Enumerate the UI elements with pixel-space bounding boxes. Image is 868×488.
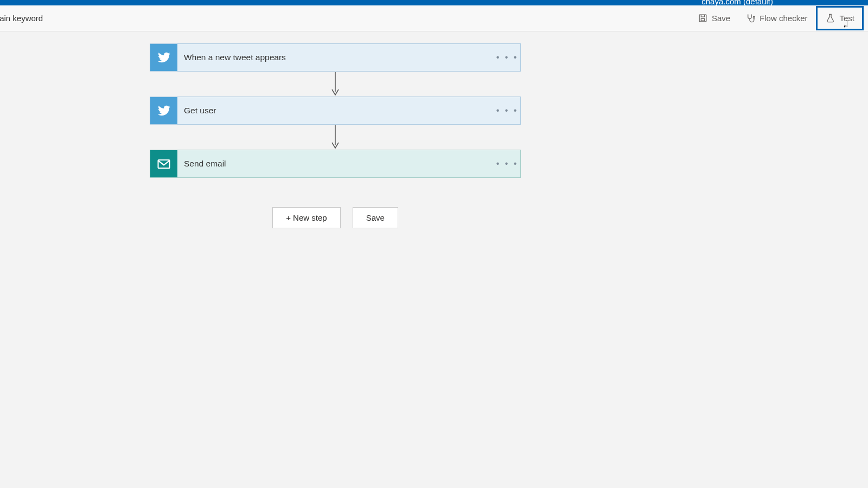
- test-button[interactable]: Test: [819, 9, 861, 28]
- twitter-icon: [150, 44, 177, 71]
- flow-checker-label: Flow checker: [760, 14, 807, 23]
- step-label: Get user: [177, 97, 494, 124]
- step-more-menu[interactable]: • • •: [494, 97, 520, 124]
- step-label: When a new tweet appears: [177, 44, 494, 71]
- flask-icon: [825, 13, 835, 23]
- flow-connector[interactable]: [150, 125, 521, 150]
- save-button[interactable]: Save: [691, 9, 737, 28]
- flow-step-trigger[interactable]: When a new tweet appears • • •: [150, 43, 521, 72]
- step-more-menu[interactable]: • • •: [494, 150, 520, 177]
- flow-container: When a new tweet appears • • • Get user …: [150, 43, 521, 178]
- app-top-bar: chaya.com (default): [0, 0, 868, 5]
- canvas-save-button[interactable]: Save: [353, 207, 398, 228]
- flow-canvas: When a new tweet appears • • • Get user …: [0, 31, 868, 488]
- flow-step-action-1[interactable]: Get user • • •: [150, 97, 521, 125]
- mail-icon: [150, 150, 177, 177]
- step-more-menu[interactable]: • • •: [494, 44, 520, 71]
- breadcrumb: rtain keyword: [0, 14, 43, 23]
- svg-rect-5: [158, 160, 170, 168]
- editor-toolbar: rtain keyword Save Flow checker Te: [0, 5, 868, 31]
- flow-step-action-2[interactable]: Send email • • •: [150, 150, 521, 178]
- svg-rect-1: [701, 18, 704, 21]
- test-label: Test: [839, 14, 854, 23]
- save-label: Save: [712, 14, 730, 23]
- test-button-highlight: Test Test: [816, 6, 864, 30]
- step-label: Send email: [177, 150, 494, 177]
- svg-point-2: [753, 16, 755, 18]
- stethoscope-icon: [745, 13, 756, 23]
- tenant-label[interactable]: chaya.com (default): [701, 0, 773, 6]
- new-step-button[interactable]: + New step: [272, 207, 340, 228]
- toolbar-actions: Save Flow checker Test Test: [691, 6, 864, 30]
- flow-connector[interactable]: [150, 72, 521, 97]
- save-icon: [698, 13, 708, 23]
- flow-checker-button[interactable]: Flow checker: [739, 9, 814, 28]
- canvas-actions: + New step Save: [150, 207, 521, 228]
- twitter-icon: [150, 97, 177, 124]
